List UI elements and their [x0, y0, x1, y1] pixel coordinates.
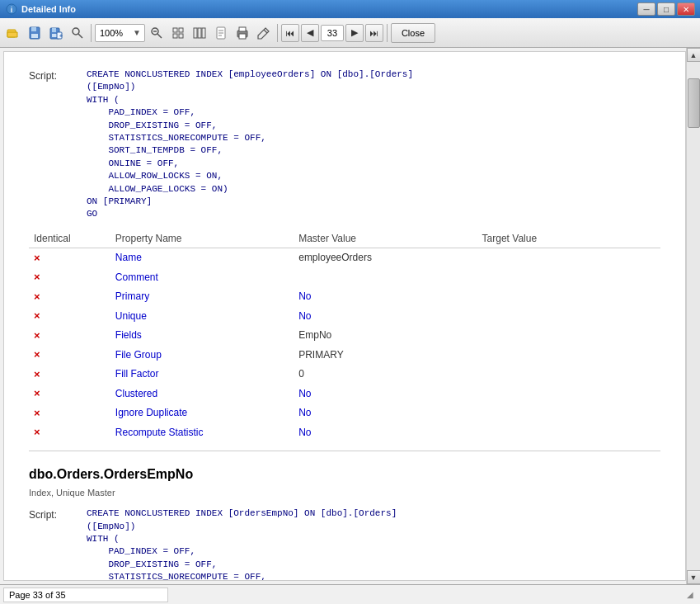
- window-controls[interactable]: ─ □ ✕: [637, 2, 695, 16]
- svg-rect-16: [173, 28, 177, 32]
- section2-script: Script: CREATE NONCLUSTERED INDEX [Order…: [29, 507, 660, 581]
- cell-identical: ×: [29, 403, 110, 423]
- page-number-input[interactable]: 33: [321, 25, 344, 41]
- col-header-master: Master Value: [294, 229, 477, 248]
- cell-property: Ignore Duplicate: [110, 403, 294, 423]
- toolbar: + 100% ▼ ⏮ ◀ 33 ▶ ⏭ Close: [0, 18, 700, 48]
- cell-property: Recompute Statistic: [110, 422, 294, 442]
- table-row: × Name employeeOrders: [29, 248, 660, 267]
- cell-master: No: [294, 287, 477, 307]
- print-button[interactable]: [233, 23, 252, 43]
- page-button[interactable]: [211, 23, 231, 43]
- close-window-button[interactable]: ✕: [677, 2, 695, 16]
- cell-master: No: [294, 422, 477, 442]
- cell-target: [477, 384, 660, 403]
- cell-target: [477, 267, 660, 287]
- cell-property: Unique: [110, 306, 294, 326]
- first-page-button[interactable]: ⏮: [281, 24, 299, 42]
- content-inner: Script: CREATE NONCLUSTERED INDEX [emplo…: [4, 52, 685, 581]
- columns-button[interactable]: [190, 23, 209, 43]
- scroll-down-button[interactable]: ▼: [687, 570, 701, 584]
- svg-rect-21: [198, 28, 201, 38]
- table-row: × Primary No: [29, 287, 660, 307]
- cell-property: Fields: [110, 326, 294, 346]
- cell-property: Fill Factor: [110, 365, 294, 385]
- cell-target: [477, 287, 660, 307]
- last-page-button[interactable]: ⏭: [365, 24, 383, 42]
- svg-rect-22: [202, 28, 205, 38]
- cell-identical: ×: [29, 384, 110, 403]
- maximize-button[interactable]: □: [657, 2, 675, 16]
- cell-identical: ×: [29, 345, 110, 365]
- svg-rect-18: [173, 34, 177, 38]
- cell-identical: ×: [29, 267, 110, 287]
- find-button[interactable]: [68, 23, 87, 43]
- cell-property: File Group: [110, 345, 294, 365]
- title-bar: i Detailed Info ─ □ ✕: [0, 0, 700, 18]
- cell-target: [477, 345, 660, 365]
- cell-master: No: [294, 403, 477, 423]
- section2-heading: dbo.Orders.OrdersEmpNo: [29, 465, 660, 484]
- scrollbar-track[interactable]: [687, 62, 701, 570]
- cell-target: [477, 365, 660, 385]
- vertical-scrollbar[interactable]: ▲ ▼: [686, 48, 700, 584]
- script-code-2: CREATE NONCLUSTERED INDEX [OrdersEmpNo] …: [87, 507, 397, 581]
- zoom-out-button[interactable]: [147, 23, 167, 43]
- cell-target: [477, 248, 660, 267]
- svg-line-30: [264, 30, 267, 33]
- cell-master: 0: [294, 365, 477, 385]
- saveas-button[interactable]: +: [46, 23, 66, 43]
- resize-handle[interactable]: ◢: [684, 588, 697, 602]
- cell-property: Clustered: [110, 384, 294, 403]
- script-label-1: Script:: [29, 68, 87, 221]
- minimize-button[interactable]: ─: [637, 2, 655, 16]
- table-row: × Clustered No: [29, 384, 660, 403]
- zoom-control[interactable]: 100% ▼: [95, 24, 145, 42]
- window-title: Detailed Info: [21, 4, 634, 14]
- edit-button[interactable]: [254, 23, 274, 43]
- table-row: × Unique No: [29, 306, 660, 326]
- cell-identical: ×: [29, 306, 110, 326]
- cell-target: [477, 326, 660, 346]
- cell-target: [477, 403, 660, 423]
- cell-master: EmpNo: [294, 326, 477, 346]
- view-button[interactable]: [168, 23, 188, 43]
- cell-property: Name: [110, 248, 294, 267]
- table-row: × Ignore Duplicate No: [29, 403, 660, 423]
- page-info-panel: Page 33 of 35: [3, 587, 168, 602]
- svg-rect-7: [52, 28, 56, 32]
- col-header-identical: Identical: [29, 229, 110, 248]
- content-scroll[interactable]: Script: CREATE NONCLUSTERED INDEX [emplo…: [3, 51, 686, 581]
- cell-master: No: [294, 384, 477, 403]
- svg-text:+: +: [59, 33, 63, 39]
- prev-page-button[interactable]: ◀: [301, 24, 319, 42]
- cell-target: [477, 306, 660, 326]
- svg-line-12: [78, 34, 82, 38]
- section1-script: Script: CREATE NONCLUSTERED INDEX [emplo…: [29, 68, 660, 221]
- cell-identical: ×: [29, 287, 110, 307]
- next-page-button[interactable]: ▶: [345, 24, 364, 42]
- toolbar-separator-2: [277, 24, 278, 42]
- open-button[interactable]: [3, 23, 23, 43]
- scrollbar-thumb[interactable]: [688, 78, 700, 128]
- cell-master: PRIMARY: [294, 345, 477, 365]
- col-header-property: Property Name: [110, 229, 294, 248]
- toolbar-separator-3: [387, 24, 388, 42]
- page-info-text: Page 33 of 35: [9, 590, 66, 600]
- svg-rect-4: [31, 27, 36, 31]
- cell-identical: ×: [29, 248, 110, 267]
- cell-master: No: [294, 306, 477, 326]
- svg-rect-19: [179, 34, 183, 38]
- svg-line-15: [157, 34, 162, 38]
- table-row: × File Group PRIMARY: [29, 345, 660, 365]
- scroll-up-button[interactable]: ▲: [687, 48, 701, 62]
- script-label-2: Script:: [29, 507, 87, 581]
- close-button[interactable]: Close: [391, 23, 435, 43]
- save-button[interactable]: [25, 23, 45, 43]
- table-row: × Fill Factor 0: [29, 365, 660, 385]
- zoom-dropdown-arrow[interactable]: ▼: [131, 28, 143, 37]
- cell-property: Primary: [110, 287, 294, 307]
- cell-property: Comment: [110, 267, 294, 287]
- script-code-1: CREATE NONCLUSTERED INDEX [employeeOrder…: [87, 68, 413, 221]
- svg-point-11: [73, 28, 79, 35]
